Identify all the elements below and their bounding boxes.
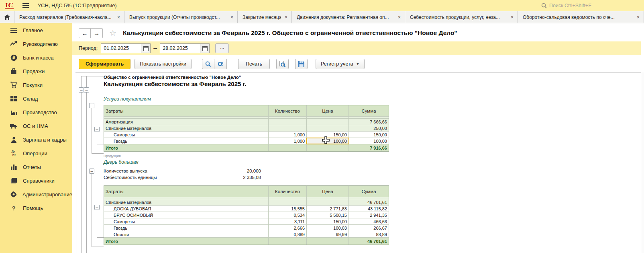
tab-dvizheniya-dokumenta[interactable]: Движения документа: Регламентная оп... × — [292, 11, 405, 23]
cell-qty[interactable]: 1,000 — [269, 132, 307, 138]
total-sum[interactable]: 7 916,66 — [349, 144, 389, 151]
cell-qty[interactable] — [269, 199, 307, 205]
sidebar-item-os-i-nma[interactable]: ОС и НМА — [0, 119, 72, 133]
cell-price[interactable] — [307, 199, 349, 205]
collapse-toggle[interactable]: – — [94, 127, 100, 132]
cell-name[interactable]: Опилки — [104, 231, 269, 237]
calendar-icon[interactable] — [200, 43, 210, 53]
period-more-button[interactable]: ... — [215, 43, 229, 53]
save-button[interactable] — [295, 59, 308, 69]
cell-sum[interactable]: 150,00 — [349, 132, 389, 138]
cell-name[interactable]: Гвоздь — [104, 225, 269, 231]
tab-zakrytie-mesyaca[interactable]: Закрытие месяца × — [238, 11, 292, 23]
collapse-toggle[interactable]: – — [89, 169, 94, 174]
cell-qty[interactable]: 3,111 — [269, 218, 307, 224]
print-button[interactable]: Печать — [238, 59, 270, 69]
generate-button[interactable]: Сформировать — [79, 59, 130, 69]
calendar-icon[interactable] — [141, 43, 151, 53]
home-tab[interactable] — [0, 11, 14, 23]
sidebar-item-pokupki[interactable]: Покупки — [0, 78, 72, 92]
cell-price[interactable]: 99,99 — [307, 231, 349, 237]
tab-close-icon[interactable]: × — [230, 14, 234, 20]
period-from-input[interactable]: 01.02.2025 — [101, 43, 141, 53]
tab-rashod-materialov[interactable]: Расход материалов (Требования-накла... × — [14, 11, 124, 23]
total-label[interactable]: Итого — [104, 238, 269, 245]
back-button[interactable]: ← — [79, 28, 91, 38]
cell-name[interactable]: Саморезы — [104, 132, 269, 138]
cell-qty[interactable]: 2,666 — [269, 225, 307, 231]
find-next-button[interactable] — [214, 59, 227, 69]
cell-sum[interactable]: 100,00 — [349, 138, 389, 144]
book-icon — [10, 177, 18, 184]
sidebar-item-rukovoditelyu[interactable]: Руководителю — [0, 37, 72, 51]
print-preview-button[interactable] — [276, 59, 289, 69]
cell-sum[interactable]: 46 701,61 — [349, 199, 389, 205]
sidebar-item-proizvodstvo[interactable]: Производство — [0, 105, 72, 119]
cell-name[interactable]: БРУС ОСИНОВЫЙ — [104, 212, 269, 218]
cell-name[interactable]: Саморезы — [104, 218, 269, 224]
cell-name[interactable]: Амортизация — [104, 119, 269, 125]
cell-name[interactable]: ДОСКА ДУБОВАЯ — [104, 206, 269, 212]
cell-sum[interactable]: 43 115,82 — [349, 206, 389, 212]
cell-name[interactable]: Списание материалов — [104, 125, 269, 131]
tab-close-icon[interactable]: × — [510, 14, 514, 20]
cell-qty[interactable]: 0,534 — [269, 212, 307, 218]
cell-qty[interactable]: -0,889 — [269, 231, 307, 237]
cell-price[interactable] — [307, 125, 349, 131]
cell-sum[interactable]: 250,00 — [349, 125, 389, 131]
cell-price[interactable]: 100,03 — [307, 225, 349, 231]
cell-sum[interactable]: 466,66 — [349, 218, 389, 224]
cell-qty[interactable] — [269, 125, 307, 131]
cell-qty[interactable]: 1,000 — [269, 138, 307, 144]
cell-qty[interactable] — [269, 238, 307, 245]
sidebar-item-zarplata-i-kadry[interactable]: Зарплата и кадры — [0, 133, 72, 146]
tab-close-icon[interactable]: × — [397, 14, 401, 20]
cell-price[interactable] — [307, 238, 349, 245]
cell-sum[interactable]: -88,89 — [349, 231, 389, 237]
cell-qty[interactable] — [269, 144, 307, 151]
sidebar-item-prodazhi[interactable]: Продажи — [0, 64, 72, 78]
cell-qty[interactable] — [269, 119, 307, 125]
cell-sum[interactable]: 2 941,35 — [349, 212, 389, 218]
tab-vypusk-produkcii[interactable]: Выпуск продукции (Отчеты производст... × — [124, 11, 238, 23]
cell-sum[interactable]: 7 666,66 — [349, 119, 389, 125]
period-to-input[interactable]: 28.02.2025 — [160, 43, 200, 53]
forward-button[interactable]: → — [91, 28, 103, 38]
tab-close-icon[interactable]: × — [284, 14, 288, 20]
collapse-toggle[interactable]: – — [84, 87, 89, 93]
show-settings-button[interactable]: Показать настройки — [135, 59, 192, 69]
tab-oborotno-saldovaya[interactable]: Оборотно-сальдовая ведомость по сче... × — [518, 11, 644, 23]
sidebar-item-bank-i-kassa[interactable]: ₽ Банк и касса — [0, 51, 72, 64]
cell-price[interactable]: 2 771,83 — [307, 206, 349, 212]
sidebar-item-otchety[interactable]: Отчеты — [0, 160, 72, 174]
global-search[interactable]: Поиск Ctrl+Shift+F — [541, 0, 591, 11]
cell-qty[interactable]: 15,555 — [269, 206, 307, 212]
cell-name[interactable]: Гвоздь — [104, 138, 269, 144]
scrollbar-track[interactable] — [641, 72, 644, 253]
sidebar-item-glavnoe[interactable]: Главное — [0, 23, 72, 37]
total-label[interactable]: Итого — [104, 144, 269, 151]
find-button[interactable] — [202, 59, 214, 69]
favorite-star-icon[interactable]: ☆ — [109, 28, 116, 38]
register-dropdown-button[interactable]: Регистр учета ▼ — [316, 59, 365, 69]
total-sum[interactable]: 46 701,61 — [349, 238, 389, 245]
cell-price[interactable]: 150,00 — [307, 218, 349, 224]
total-row: Итого 46 701,61 — [104, 238, 389, 245]
cell-sum[interactable]: 266,67 — [349, 225, 389, 231]
collapse-toggle[interactable]: – — [94, 205, 100, 210]
cell-price[interactable] — [307, 144, 349, 151]
collapse-toggle[interactable]: – — [89, 103, 94, 108]
tab-sebestoimost[interactable]: Себестоимость продукции, услуг, неза... … — [405, 11, 518, 23]
main-menu-icon[interactable] — [22, 3, 29, 8]
sidebar-item-operacii[interactable]: Дт Кт Операции — [0, 146, 72, 160]
tab-close-icon[interactable]: × — [116, 14, 121, 20]
sidebar-item-sklad[interactable]: Склад — [0, 92, 72, 105]
sidebar-item-spravochniki[interactable]: Справочники — [0, 174, 72, 187]
cell-price[interactable] — [307, 119, 349, 125]
cell-price[interactable]: 5 508,15 — [307, 212, 349, 218]
sidebar-item-administrirovanie[interactable]: Администрирование — [0, 187, 72, 201]
collapse-toggle[interactable]: – — [79, 87, 84, 93]
cell-name[interactable]: Списание материалов — [104, 199, 269, 205]
sidebar-item-pomosch[interactable]: ? Помощь — [0, 201, 72, 215]
tab-close-icon[interactable]: × — [636, 14, 640, 20]
